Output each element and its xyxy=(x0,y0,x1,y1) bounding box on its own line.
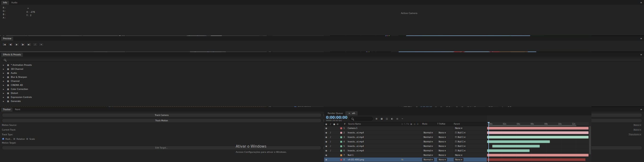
expand-icon[interactable]: ▸ xyxy=(2,75,5,79)
source-name-column[interactable]: Source Name xyxy=(348,123,402,125)
panel-menu-icon[interactable]: ≡ xyxy=(640,1,643,4)
effects-category-row[interactable]: ▸ ▦ Color Correction xyxy=(0,87,644,91)
video-visibility-icon[interactable]: ◉ xyxy=(324,144,328,148)
last-frame-button[interactable]: ▶| xyxy=(26,43,32,46)
tab-timeline-comp[interactable]: ×v4- xyxy=(345,111,357,115)
effects-category-row[interactable]: ▸ ▦ 3D Channel xyxy=(0,67,644,71)
expand-icon[interactable]: ▸ xyxy=(2,100,5,103)
blend-mode-dropdown[interactable]: Normal ▾ xyxy=(422,144,434,148)
tab-effects-presets[interactable]: Effects & Presets xyxy=(1,53,23,57)
panel-menu-icon[interactable]: ≡ xyxy=(640,53,643,56)
trkmat-dropdown[interactable]: None ▾ xyxy=(437,158,447,161)
video-visibility-icon[interactable]: ◉ xyxy=(324,127,328,130)
trkmat-dropdown[interactable]: None ▾ xyxy=(437,131,447,134)
previous-frame-button[interactable]: ◀| xyxy=(8,43,13,46)
expand-icon[interactable]: ▸ xyxy=(2,67,5,71)
layer-row[interactable]: ◉ ♪ 5 Insects...e).mp4 Normal ▾ None ▾ 7… xyxy=(324,144,487,148)
close-icon[interactable]: × xyxy=(348,112,351,115)
track-motion-button[interactable]: Track Motion xyxy=(2,118,322,123)
effects-category-row[interactable]: ▸ ▦ * Animation Presets xyxy=(0,63,644,67)
current-time-indicator[interactable] xyxy=(488,122,489,162)
rotation-checkbox[interactable] xyxy=(13,138,15,140)
trkmat-dropdown[interactable]: None ▾ xyxy=(437,153,447,157)
audio-icon[interactable]: ♪ xyxy=(328,140,332,143)
layer-row[interactable]: ◉ ♪ 3 Insects...e).mp4 Normal ▾ None ▾ 7… xyxy=(324,135,487,139)
parent-dropdown[interactable]: 7. Null 1 ▾ xyxy=(454,131,467,134)
current-track-dropdown[interactable]: None ▾ xyxy=(632,128,642,131)
layer-duration-bar[interactable] xyxy=(487,158,586,161)
label-color-chip[interactable] xyxy=(340,159,342,161)
layer-name[interactable]: Camera 1 xyxy=(348,127,402,129)
video-visibility-icon[interactable]: ◉ xyxy=(324,140,328,143)
tab-paint[interactable]: Paint xyxy=(13,108,22,112)
expand-icon[interactable]: ▸ xyxy=(2,79,5,83)
motion-blur-icon[interactable]: ◎ xyxy=(396,117,399,120)
label-color-chip[interactable] xyxy=(340,141,342,143)
first-frame-button[interactable]: |◀ xyxy=(2,43,7,46)
layer-duration-bar[interactable] xyxy=(492,145,540,147)
effects-category-row[interactable]: ▸ ▦ Expression Controls xyxy=(0,95,644,99)
graph-editor-icon[interactable]: ~ xyxy=(401,117,404,120)
label-color-chip[interactable] xyxy=(340,136,342,138)
effects-category-row[interactable]: ▸ ▦ Distort xyxy=(0,91,644,95)
parent-dropdown[interactable]: 7. Null 1 ▾ xyxy=(454,135,467,139)
tab-render-queue[interactable]: Render Queue xyxy=(326,111,345,115)
scale-checkbox[interactable] xyxy=(26,138,28,140)
layer-row[interactable]: ◉ ♪ 4 Insects...e).mp4 Normal ▾ None ▾ 7… xyxy=(324,139,487,144)
effects-category-row[interactable]: ▸ ▦ Audio xyxy=(0,71,644,75)
layer-switches[interactable]: fx xyxy=(402,158,422,161)
layer-duration-bar[interactable] xyxy=(487,140,550,143)
layer-duration-bar[interactable] xyxy=(487,149,530,152)
next-frame-button[interactable]: |▶ xyxy=(20,43,26,46)
parent-dropdown[interactable]: None ▾ xyxy=(454,153,464,157)
tab-tracker[interactable]: Tracker xyxy=(1,108,12,112)
video-visibility-icon[interactable]: ◉ xyxy=(324,135,328,139)
layer-name[interactable]: Insects...e).mp4 xyxy=(348,145,402,147)
audio-icon[interactable]: ♪ xyxy=(328,144,332,148)
track-type-dropdown[interactable]: Transform ▾ xyxy=(628,133,642,136)
composition-mini-flowchart-icon[interactable]: ⊞ xyxy=(375,117,378,120)
layer-name[interactable]: Insects...e).mp4 xyxy=(348,149,402,152)
tab-preview[interactable]: Preview xyxy=(1,37,13,41)
video-visibility-icon[interactable]: ◉ xyxy=(324,153,328,157)
frame-blending-icon[interactable]: ◐ xyxy=(390,117,394,120)
vertical-scrollbar[interactable] xyxy=(589,126,591,154)
layer-duration-bar[interactable] xyxy=(487,136,588,139)
expand-icon[interactable]: ▸ xyxy=(2,92,5,95)
label-color-chip[interactable] xyxy=(340,145,342,147)
audio-icon[interactable]: ♪ xyxy=(328,131,332,134)
parent-dropdown[interactable]: 7. Null 1 ▾ xyxy=(454,149,467,152)
effects-search[interactable] xyxy=(2,58,642,62)
parent-dropdown[interactable]: 7. Null 1 ▾ xyxy=(454,144,467,148)
mode-column[interactable]: Mode xyxy=(422,123,437,125)
parent-dropdown[interactable]: None ▾ xyxy=(454,127,464,130)
edit-target-button[interactable]: Edit Target... xyxy=(2,146,321,150)
timeline-search[interactable] xyxy=(349,117,373,121)
parent-column[interactable]: Parent xyxy=(454,123,487,125)
effects-category-row[interactable]: ▸ ▦ Blur & Sharpen xyxy=(0,75,644,79)
expand-icon[interactable]: ▸ xyxy=(2,88,5,91)
parent-dropdown[interactable]: None ▾ xyxy=(454,158,464,161)
layer-row[interactable]: ◉ ♪ 6 Insects...e).mp4 Normal ▾ None ▾ 7… xyxy=(324,148,487,153)
expand-icon[interactable]: ▸ xyxy=(2,96,5,99)
track-camera-button[interactable]: Track Camera xyxy=(2,113,322,117)
trkmat-dropdown[interactable]: None ▾ xyxy=(437,135,447,139)
blend-mode-dropdown[interactable]: Normal ▾ xyxy=(422,149,434,152)
loop-button[interactable]: ∞ xyxy=(39,43,44,46)
layer-row[interactable]: ◉ ♪ 1 Camera 1 ▾ ▾ None ▾ xyxy=(324,126,487,131)
trkmat-dropdown[interactable]: None ▾ xyxy=(437,149,447,152)
effects-category-row[interactable]: ▸ ▦ Channel xyxy=(0,79,644,83)
layer-duration-bar[interactable] xyxy=(487,154,588,156)
panel-menu-icon[interactable]: ≡ xyxy=(640,37,643,40)
parent-dropdown[interactable]: 7. Null 1 ▾ xyxy=(454,140,467,143)
motion-source-dropdown[interactable]: None ▾ xyxy=(632,123,642,127)
layer-duration-bar[interactable] xyxy=(487,127,588,130)
label-color-chip[interactable] xyxy=(340,154,342,156)
video-visibility-icon[interactable]: ◉ xyxy=(324,149,328,152)
layer-row[interactable]: ◉ ♪ 2 Insects...e).mp4 Normal ▾ None ▾ 7… xyxy=(324,131,487,135)
trkmat-dropdown[interactable]: None ▾ xyxy=(437,144,447,148)
hide-shy-layers-icon[interactable]: ◫ xyxy=(385,117,388,120)
play-button[interactable]: ▶ xyxy=(14,43,19,46)
panel-menu-icon[interactable]: ≡ xyxy=(640,108,643,111)
expand-icon[interactable]: ▸ xyxy=(2,84,5,87)
